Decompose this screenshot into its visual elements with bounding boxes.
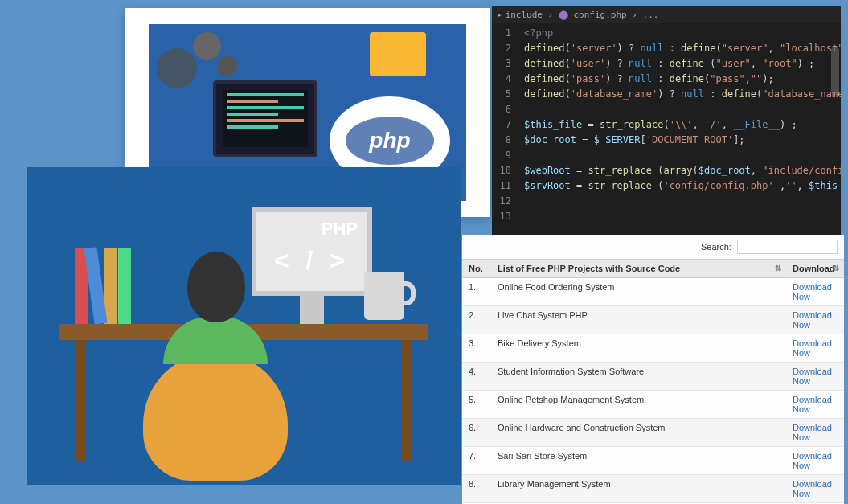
search-label: Search: bbox=[701, 242, 731, 252]
cell-download: Download Now bbox=[786, 306, 844, 334]
breadcrumb-more[interactable]: ... bbox=[643, 10, 659, 20]
table-row: 5.Online Petshop Management SystemDownlo… bbox=[462, 391, 844, 419]
line-number: 3 bbox=[492, 56, 511, 72]
table-row: 7.Sari Sari Store SystemDownload Now bbox=[462, 447, 844, 475]
download-link[interactable]: Download Now bbox=[793, 367, 832, 386]
developer-illustration: PHP < / > bbox=[27, 167, 461, 485]
cell-title: Online Hardware and Construction System bbox=[491, 419, 786, 447]
code-line[interactable]: $srvRoot = str_replace ('config/config.p… bbox=[524, 178, 841, 194]
line-number: 9 bbox=[492, 148, 511, 163]
person-icon bbox=[143, 352, 288, 481]
breadcrumb-file[interactable]: config.php bbox=[573, 10, 626, 20]
projects-table-panel: Search: No. List of Free PHP Projects wi… bbox=[462, 235, 844, 504]
line-number: 8 bbox=[492, 133, 511, 148]
cell-no: 8. bbox=[462, 475, 491, 503]
cell-download: Download Now bbox=[786, 278, 844, 306]
download-link[interactable]: Download Now bbox=[793, 479, 832, 498]
table-row: 2.Live Chat System PHPDownload Now bbox=[462, 306, 844, 334]
cell-download: Download Now bbox=[786, 334, 844, 363]
download-link[interactable]: Download Now bbox=[793, 423, 832, 442]
php-file-icon: ⬤ bbox=[559, 10, 568, 20]
cell-download: Download Now bbox=[786, 363, 844, 391]
folder-icon bbox=[370, 32, 426, 76]
books-icon bbox=[75, 248, 133, 327]
cell-download: Download Now bbox=[786, 391, 844, 419]
line-number: 4 bbox=[492, 72, 511, 87]
code-line[interactable] bbox=[524, 102, 841, 117]
cell-download: Download Now bbox=[786, 475, 844, 503]
breadcrumb-folder[interactable]: include bbox=[506, 10, 543, 20]
col-header-download[interactable]: Download bbox=[786, 260, 844, 278]
line-number: 2 bbox=[492, 41, 511, 56]
download-link[interactable]: Download Now bbox=[793, 395, 832, 414]
cell-no: 3. bbox=[462, 334, 491, 363]
cell-title: Live Chat System PHP bbox=[491, 306, 786, 334]
cell-title: Student Information System Software bbox=[491, 363, 786, 391]
code-line[interactable]: defined('database_name') ? null : define… bbox=[524, 87, 841, 102]
cell-no: 6. bbox=[462, 419, 491, 447]
col-header-no[interactable]: No. bbox=[462, 260, 491, 278]
code-line[interactable]: $this_file = str_replace('\\', '/', __Fi… bbox=[524, 117, 841, 133]
table-row: 4.Student Information System SoftwareDow… bbox=[462, 363, 844, 391]
folder-small-icon: ▸ bbox=[497, 10, 502, 20]
code-line[interactable]: $webRoot = str_replace (array($doc_root,… bbox=[524, 163, 841, 178]
editor-breadcrumb[interactable]: ▸ include › ⬤ config.php › ... bbox=[492, 6, 841, 23]
code-line[interactable] bbox=[524, 148, 841, 163]
code-line[interactable] bbox=[524, 194, 841, 209]
line-number: 1 bbox=[492, 26, 511, 41]
table-row: 6.Online Hardware and Construction Syste… bbox=[462, 419, 844, 447]
monitor-title: PHP bbox=[256, 212, 367, 246]
line-number: 12 bbox=[492, 194, 511, 209]
search-input[interactable] bbox=[737, 240, 838, 254]
cell-no: 4. bbox=[462, 363, 491, 391]
line-number: 10 bbox=[492, 163, 511, 178]
monitor-code-symbol: < / > bbox=[256, 246, 367, 276]
editor-scrollbar[interactable] bbox=[831, 47, 839, 95]
line-number: 7 bbox=[492, 117, 511, 133]
cell-download: Download Now bbox=[786, 419, 844, 447]
cell-title: Sari Sari Store System bbox=[491, 447, 786, 475]
download-link[interactable]: Download Now bbox=[793, 282, 832, 301]
code-line[interactable]: defined('user') ? null : define ("user",… bbox=[524, 56, 841, 72]
line-number: 6 bbox=[492, 102, 511, 117]
cell-download: Download Now bbox=[786, 447, 844, 475]
line-number: 11 bbox=[492, 178, 511, 194]
code-content[interactable]: <?phpdefined('server') ? null : define("… bbox=[518, 23, 841, 262]
line-number: 13 bbox=[492, 209, 511, 224]
code-line[interactable]: <?php bbox=[524, 26, 841, 41]
table-row: 3.Bike Delivery SystemDownload Now bbox=[462, 334, 844, 363]
code-line[interactable] bbox=[524, 209, 841, 224]
download-link[interactable]: Download Now bbox=[793, 338, 832, 358]
cell-title: Bike Delivery System bbox=[491, 334, 786, 363]
code-line[interactable]: defined('pass') ? null : define("pass","… bbox=[524, 72, 841, 87]
projects-table: No. List of Free PHP Projects with Sourc… bbox=[462, 259, 844, 503]
table-row: 1.Online Food Ordering SystemDownload No… bbox=[462, 278, 844, 306]
mug-icon bbox=[364, 272, 404, 320]
col-header-title[interactable]: List of Free PHP Projects with Source Co… bbox=[491, 260, 786, 278]
cell-no: 1. bbox=[462, 278, 491, 306]
cell-no: 2. bbox=[462, 306, 491, 334]
line-number: 5 bbox=[492, 87, 511, 102]
monitor-icon: PHP < / > bbox=[252, 207, 372, 296]
download-link[interactable]: Download Now bbox=[793, 451, 832, 470]
laptop-icon bbox=[213, 80, 317, 157]
download-link[interactable]: Download Now bbox=[793, 310, 832, 330]
code-line[interactable]: $doc_root = $_SERVER['DOCUMENT_ROOT']; bbox=[524, 133, 841, 148]
cell-title: Online Petshop Management System bbox=[491, 391, 786, 419]
cell-title: Online Food Ordering System bbox=[491, 278, 786, 306]
cell-title: Library Management System bbox=[491, 475, 786, 503]
code-line[interactable]: defined('server') ? null : define("serve… bbox=[524, 41, 841, 56]
code-editor[interactable]: ▸ include › ⬤ config.php › ... 123456789… bbox=[492, 6, 841, 262]
cell-no: 7. bbox=[462, 447, 491, 475]
line-gutter: 12345678910111213 bbox=[492, 23, 518, 262]
cell-no: 5. bbox=[462, 391, 491, 419]
table-row: 8.Library Management SystemDownload Now bbox=[462, 475, 844, 503]
